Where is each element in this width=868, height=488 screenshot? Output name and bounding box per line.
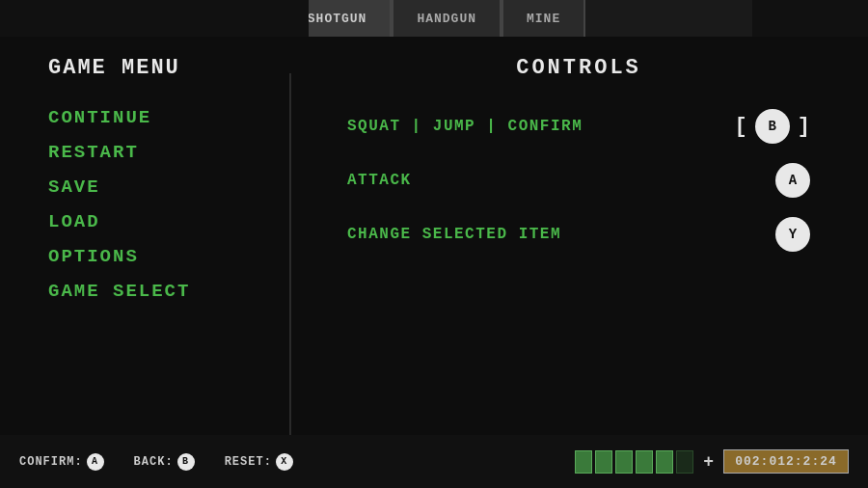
control-button-group-a: A	[775, 163, 810, 198]
health-block-2	[595, 450, 612, 474]
control-button-group-y: Y	[775, 217, 810, 252]
control-button-group-b: [ B ]	[735, 109, 810, 144]
weapon-bar: SHOTGUN HANDGUN MINE	[0, 0, 868, 37]
control-action-attack: ATTACK	[347, 172, 412, 189]
controls-title: CONTROLS	[347, 56, 810, 80]
button-b: B	[755, 109, 790, 144]
control-action-squat-jump-confirm: SQUAT | JUMP | CONFIRM	[347, 118, 583, 135]
health-block-3	[615, 450, 633, 474]
game-menu-title: GAME MENU	[48, 56, 241, 80]
hint-confirm-label: CONFIRM:	[19, 455, 83, 469]
control-action-change-item: CHANGE SELECTED ITEM	[347, 226, 561, 243]
controls-list: SQUAT | JUMP | CONFIRM [ B ] ATTACK A CH…	[347, 109, 810, 252]
hint-reset-button: X	[276, 453, 293, 471]
health-block-4	[636, 450, 653, 474]
hint-reset: RESET: X	[225, 453, 294, 471]
menu-item-continue[interactable]: CONTINUE	[48, 107, 241, 128]
control-row-change-item: CHANGE SELECTED ITEM Y	[347, 217, 810, 252]
menu-item-load[interactable]: LOAD	[48, 211, 241, 232]
main-content: GAME MENU CONTINUE RESTART SAVE LOAD OPT…	[0, 37, 868, 435]
weapon-tab-mine[interactable]: MINE	[502, 0, 585, 37]
hint-back: BACK: B	[134, 453, 196, 471]
health-block-1	[575, 450, 592, 474]
bracket-open: [	[735, 115, 747, 139]
bottom-right-hud: + 002:012:2:24	[575, 449, 849, 474]
menu-item-game-select[interactable]: GAME SELECT	[48, 281, 241, 302]
health-blocks	[575, 450, 693, 474]
hint-back-label: BACK:	[134, 455, 174, 469]
menu-item-restart[interactable]: RESTART	[48, 142, 241, 163]
hint-confirm: CONFIRM: A	[19, 453, 105, 471]
plus-icon: +	[703, 452, 714, 472]
menu-item-options[interactable]: OPTIONS	[48, 246, 241, 267]
control-row-attack: ATTACK A	[347, 163, 810, 198]
bottom-bar: CONFIRM: A BACK: B RESET: X + 002:012:2:…	[0, 435, 868, 488]
left-panel: GAME MENU CONTINUE RESTART SAVE LOAD OPT…	[0, 37, 289, 435]
button-y: Y	[775, 217, 810, 252]
hint-confirm-button: A	[87, 453, 104, 471]
bracket-close: ]	[798, 115, 810, 139]
menu-items: CONTINUE RESTART SAVE LOAD OPTIONS GAME …	[48, 107, 241, 302]
hint-reset-label: RESET:	[225, 455, 272, 469]
weapon-bar-right-overlay	[752, 0, 868, 37]
button-a: A	[775, 163, 810, 198]
health-block-5	[656, 450, 673, 474]
health-block-6	[676, 450, 693, 474]
ammo-counter: 002:012:2:24	[723, 449, 849, 474]
weapon-tab-handgun[interactable]: HANDGUN	[392, 0, 502, 37]
weapon-bar-left-overlay	[0, 0, 309, 37]
hint-back-button: B	[177, 453, 195, 471]
panel-divider	[289, 73, 291, 472]
control-row-squat-jump-confirm: SQUAT | JUMP | CONFIRM [ B ]	[347, 109, 810, 144]
menu-item-save[interactable]: SAVE	[48, 176, 241, 198]
right-panel: CONTROLS SQUAT | JUMP | CONFIRM [ B ] AT…	[289, 37, 868, 435]
